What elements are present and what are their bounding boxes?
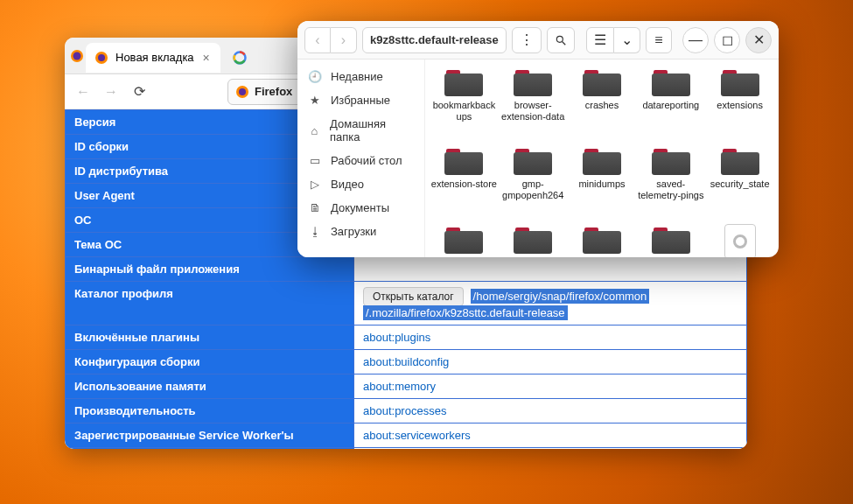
folder-item[interactable] [430, 224, 498, 257]
sidebar-item[interactable]: ▷Видео [297, 172, 424, 196]
sidebar-label: Загрузки [331, 225, 376, 238]
folder-item[interactable]: datareporting [637, 66, 704, 142]
view-list-button[interactable]: ☰ [586, 27, 614, 53]
folder-icon [444, 66, 483, 96]
sidebar-label: Рабочий стол [331, 154, 402, 167]
files-window: ‹ › k9z8sttc.default-release ⋮ ☰ ⌄ ≡ — ◻… [297, 21, 779, 257]
item-name: security_state [710, 178, 770, 190]
tab-new[interactable]: Новая вкладка × [86, 43, 220, 73]
urlbar-label: Firefox [255, 85, 292, 98]
about-row-key: Конфигурация сборки [66, 350, 354, 374]
item-name: minidumps [578, 178, 625, 190]
folder-item[interactable] [569, 224, 636, 257]
sidebar-icon: ▷ [308, 178, 322, 191]
folder-item[interactable]: extensions [706, 66, 773, 142]
sidebar-item[interactable]: ★Избранные [297, 88, 424, 112]
item-name: bookmarkbackups [430, 100, 498, 122]
forward-button[interactable]: → [101, 82, 121, 102]
item-name: datareporting [642, 100, 699, 111]
sidebar-icon: ⭳ [308, 225, 322, 238]
folder-icon [721, 66, 759, 96]
firefox-app-icon [70, 49, 84, 63]
folder-icon [583, 224, 621, 254]
folder-item[interactable]: extension-store [430, 145, 498, 220]
firefox-favicon-icon [94, 51, 108, 65]
files-forward-button[interactable]: › [331, 27, 357, 53]
about-row-value: about:plugins [354, 326, 747, 350]
about-row-key: Многопроцессные окна [66, 448, 354, 450]
folder-item[interactable]: security_state [706, 145, 773, 220]
search-button[interactable] [547, 27, 575, 53]
folder-icon [444, 145, 483, 175]
about-link[interactable]: about:buildconfig [363, 355, 449, 368]
folder-icon [583, 145, 621, 175]
sidebar-icon: ▭ [308, 154, 322, 167]
about-row-key: Каталог профиля [66, 282, 354, 326]
about-link[interactable]: about:memory [363, 380, 436, 393]
files-grid: bookmarkbackupsbrowser-extension-datacra… [425, 60, 779, 257]
sidebar-label: Видео [331, 178, 364, 191]
folder-item[interactable]: gmp-gmpopenh264 [500, 145, 567, 220]
about-link[interactable]: about:processes [363, 404, 446, 417]
folder-icon [721, 145, 759, 175]
about-row-value: about:serviceworkers [354, 424, 747, 448]
folder-item[interactable]: browser-extension-data [500, 66, 567, 142]
close-button[interactable]: ✕ [745, 27, 772, 53]
about-row-value: about:processes [354, 399, 747, 424]
about-row-value: about:buildconfig [354, 350, 747, 374]
sidebar-item[interactable]: ▭Рабочий стол [297, 149, 424, 172]
back-button[interactable]: ← [73, 82, 93, 102]
files-sidebar: 🕘Недавние★Избранные⌂Домашняя папка▭Рабоч… [297, 60, 425, 257]
sidebar-label: Документы [331, 201, 389, 214]
maximize-button[interactable]: ◻ [714, 27, 740, 53]
view-dropdown-button[interactable]: ⌄ [614, 27, 640, 53]
item-name: gmp-gmpopenh264 [500, 178, 567, 200]
close-icon[interactable]: × [201, 51, 212, 65]
folder-icon [514, 66, 552, 96]
folder-item[interactable]: bookmarkbackups [430, 66, 498, 142]
folder-icon [514, 224, 552, 254]
about-row-value [354, 257, 747, 282]
item-name: saved-telemetry-pings [637, 178, 704, 200]
svg-line-8 [562, 41, 565, 45]
about-row-key: Включённые плагины [66, 326, 354, 350]
firefox-urlbar-icon [235, 85, 249, 99]
about-link[interactable]: about:plugins [363, 331, 430, 344]
path-button[interactable]: k9z8sttc.default-release [362, 27, 507, 53]
reload-button[interactable]: ⟳ [129, 82, 149, 102]
folder-icon [444, 224, 483, 254]
about-row-key: Производительность [66, 399, 354, 424]
about-row-value: about:memory [354, 374, 747, 399]
item-name: extension-store [431, 178, 497, 190]
folder-icon [652, 66, 690, 96]
svg-point-7 [556, 36, 563, 42]
about-row-key: Использование памяти [66, 374, 354, 399]
about-row-value: Открыть каталог/home/sergiy/snap/firefox… [354, 282, 747, 326]
about-row-key: Зарегистрированные Service Worker'ы [66, 424, 354, 448]
folder-item[interactable] [500, 224, 567, 257]
folder-item[interactable] [637, 224, 704, 257]
profile-path: /.mozilla/firefox/k9z8sttc.default-relea… [363, 305, 568, 320]
tab-google[interactable] [224, 43, 255, 73]
files-back-button[interactable]: ‹ [304, 27, 331, 53]
sidebar-item[interactable]: 🗎Документы [297, 196, 424, 220]
files-headerbar: ‹ › k9z8sttc.default-release ⋮ ☰ ⌄ ≡ — ◻… [297, 21, 779, 60]
file-icon [724, 224, 756, 257]
hamburger-menu-button[interactable]: ≡ [646, 27, 672, 53]
path-menu-button[interactable]: ⋮ [512, 27, 542, 53]
folder-item[interactable]: saved-telemetry-pings [637, 145, 704, 220]
folder-item[interactable]: minidumps [569, 145, 636, 220]
minimize-button[interactable]: — [682, 27, 709, 53]
folder-icon [652, 224, 690, 254]
open-profile-button[interactable]: Открыть каталог [363, 287, 464, 306]
about-link[interactable]: about:serviceworkers [363, 429, 471, 442]
file-item[interactable] [706, 224, 773, 257]
sidebar-item[interactable]: 🕘Недавние [297, 65, 424, 88]
sidebar-icon: ⌂ [308, 124, 321, 137]
sidebar-item[interactable]: ⭳Загрузки [297, 220, 424, 243]
path-label: k9z8sttc.default-release [370, 33, 499, 46]
sidebar-icon: 🗎 [308, 201, 322, 214]
sidebar-item[interactable]: ⌂Домашняя папка [297, 112, 424, 149]
google-favicon-icon [233, 51, 247, 65]
folder-item[interactable]: crashes [569, 66, 636, 142]
